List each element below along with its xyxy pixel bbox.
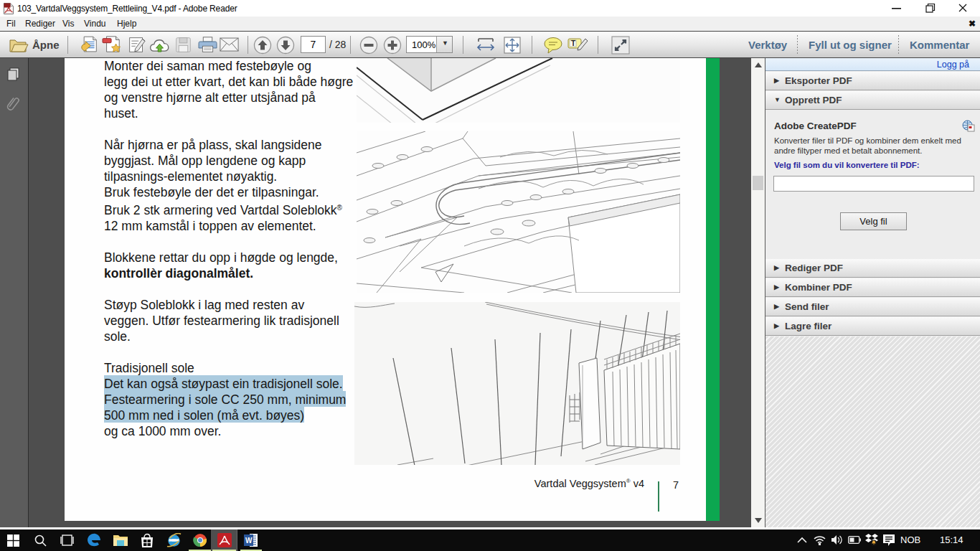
svg-text:W: W	[245, 537, 253, 545]
svg-text:T: T	[571, 39, 575, 47]
